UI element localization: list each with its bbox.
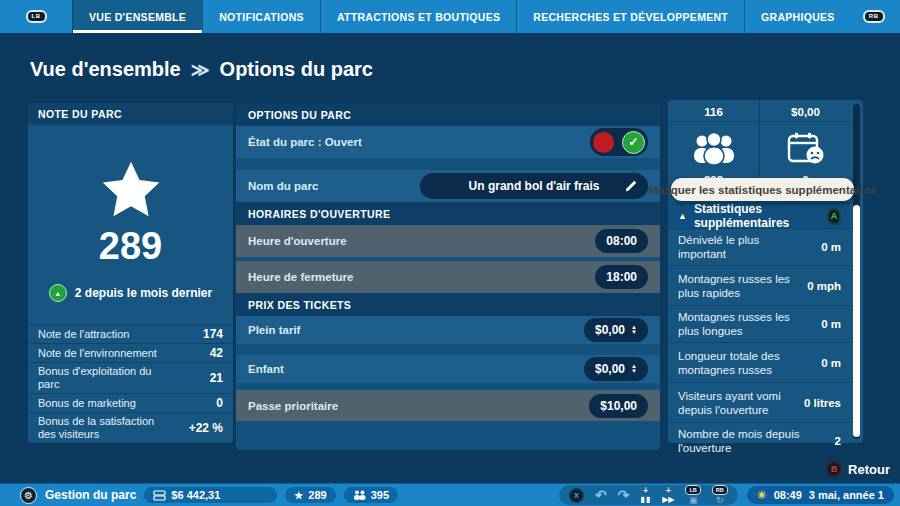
rating-row: Bonus d'exploitation du parc 21 [28,362,233,393]
guests-icon [353,490,366,500]
spinner-icon[interactable]: ▲▼ [631,325,637,335]
stat-row: Nombre de mois depuis l'ouverture 2 [668,423,851,459]
extra-stats-collapse-header[interactable]: ▲ Statistiques supplémentaires A [668,203,851,229]
money-icon [153,490,166,501]
rotate-icon: ↻ [716,496,724,505]
lb-shoulder-icon: LB [685,485,700,495]
calendar-sad-icon [786,131,826,165]
tab-notifications[interactable]: NOTIFICATIONS [202,0,320,33]
tab-label: GRAPHIQUES [761,11,835,23]
stat-cell-value: $0,00 [760,100,851,121]
opening-hour-row: Heure d'ouverture 08:00 [236,225,660,257]
redo-icon[interactable]: ↷ [618,488,630,502]
star-icon [96,157,166,223]
pencil-icon[interactable] [624,179,638,193]
tab-attractions-et-boutiques[interactable]: ATTRACTIONS ET BOUTIQUES [320,0,516,33]
stats-panel: 116 $0,00 [668,100,863,443]
ticket-priority-row: Passe prioritaire $10,00 [236,390,660,421]
toggle-closed-icon[interactable] [593,132,614,153]
tab-recherches-et-developpement[interactable]: RECHERCHES ET DÉVELOPPEMENT [516,0,744,33]
scrollbar-thumb[interactable] [853,205,860,437]
tooltip: Masquer les statistiques supplémentaires [671,178,854,201]
park-open-toggle[interactable]: ✓ [590,128,648,156]
breadcrumb-section: Vue d'ensemble [30,58,181,81]
park-name-label: Nom du parc [248,180,318,192]
park-name-row: Nom du parc Un grand bol d'air frais [236,170,660,202]
tab-label: NOTIFICATIONS [219,11,304,23]
trend-up-icon: ▲ [49,284,67,302]
stat-row: Dénivelé le plus important 0 m [668,229,851,266]
ticket-priority-button[interactable]: $10,00 [589,394,648,418]
extra-stats-title: Statistiques supplémentaires [694,202,820,230]
park-name-input[interactable]: Un grand bol d'air frais [420,173,648,199]
closing-hour-button[interactable]: 18:00 [595,265,648,289]
mode-label: Gestion du parc [45,488,136,502]
top-nav: LB VUE D'ENSEMBLE NOTIFICATIONS ATTRACTI… [0,0,900,33]
breadcrumb: Vue d'ensemble ≫ Options du parc [30,58,373,81]
tickets-header: PRIX DES TICKETS [236,293,660,316]
stat-row: Montagnes russes les plus longues 0 m [668,306,851,343]
opening-hour-button[interactable]: 08:00 [595,229,648,253]
tab-label: VUE D'ENSEMBLE [89,11,186,23]
stat-row: Longueur totale des montagnes russes 0 m [668,343,851,383]
controller-b-button-icon: B [826,461,842,477]
money-value: $6 442,31 [171,489,220,501]
rating-pill[interactable]: ★ 289 [285,487,335,503]
collapse-arrow-icon: ▲ [678,211,687,221]
controller-a-button-icon: A [827,208,841,225]
stats-inner: 116 $0,00 [668,100,851,459]
park-name-value: Un grand bol d'air frais [469,179,600,193]
dpad-icon: + [643,487,649,495]
rb-action-button[interactable]: RB ↻ [712,485,728,505]
ticket-full-stepper[interactable]: $0,00 ▲▼ [584,318,648,342]
controller-x-button-icon: X [569,488,584,503]
ticket-child-stepper[interactable]: $0,00 ▲▼ [584,357,648,381]
rating-row: Note de l'environnement 42 [28,343,233,362]
tab-label: ATTRACTIONS ET BOUTIQUES [337,11,500,23]
rb-shoulder-icon: RB [712,485,728,495]
undo-icon[interactable]: ↶ [595,488,607,502]
ticket-full-row: Plein tarif $0,00 ▲▼ [236,316,660,344]
sad-calendar-cell [760,122,851,174]
guests-pill[interactable]: 395 [344,487,398,503]
time-value: 08:49 [774,489,802,501]
rb-shoulder-icon: RB [863,10,885,23]
star-icon: ★ [294,490,303,501]
playback-controls: X ↶ ↷ + ▮▮ + ▶▶ LB ▣ RB ↻ [559,485,738,505]
spinner-icon[interactable]: ▲▼ [631,364,637,374]
stats-grid-values: 116 $0,00 [668,100,851,122]
park-state-row: État du parc : Ouvert ✓ [236,126,660,158]
dpad-icon: + [665,487,671,495]
stat-cell-value: 116 [668,100,760,121]
pause-button[interactable]: + ▮▮ [640,487,651,504]
date-value: 3 mai, année 1 [809,489,884,501]
visitors-group-icon [691,131,737,165]
rating-trend: ▲ 2 depuis le mois dernier [49,284,212,302]
back-button[interactable]: B Retour [826,461,890,477]
park-options-header: OPTIONS DU PARC [236,103,660,126]
rating-row: Bonus de la satisfaction des visiteurs +… [28,412,233,443]
lb-action-button[interactable]: LB ▣ [685,485,700,505]
ticket-child-row: Enfant $0,00 ▲▼ [236,355,660,383]
back-button-label: Retour [848,462,890,477]
nav-right-hint: RB [851,0,897,33]
nav-left-hint: LB [0,0,72,33]
fast-forward-button[interactable]: + ▶▶ [662,487,674,504]
park-rating-hero: 289 ▲ 2 depuis le mois dernier [28,125,233,324]
closing-hour-row: Heure de fermeture 18:00 [236,261,660,293]
money-pill[interactable]: $6 442,31 [144,487,277,503]
park-rating-panel: NOTE DU PARC 289 ▲ 2 depuis le mois dern… [28,103,233,443]
tab-label: RECHERCHES ET DÉVELOPPEMENT [533,11,728,23]
park-rating-header: NOTE DU PARC [28,103,233,125]
visitors-cell [668,122,760,174]
gear-icon[interactable]: ⚙ [20,487,37,504]
rating-value: 289 [308,489,326,501]
sun-icon: ☀ [757,489,767,502]
status-bar: ⚙ Gestion du parc $6 442,31 ★ 289 [0,483,900,506]
toggle-open-check-icon[interactable]: ✓ [622,131,645,154]
stat-row: Visiteurs ayant vomi depuis l'ouverture … [668,383,851,423]
page-title: Options du parc [220,58,373,81]
tab-graphiques[interactable]: GRAPHIQUES [744,0,851,33]
guests-value: 395 [371,489,389,501]
tab-vue-densemble[interactable]: VUE D'ENSEMBLE [72,0,202,33]
